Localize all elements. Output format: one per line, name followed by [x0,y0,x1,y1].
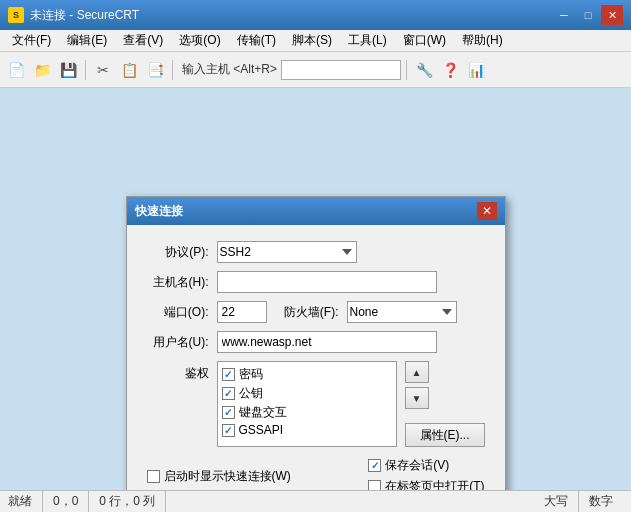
auth-label-password: 密码 [239,366,263,383]
hostname-control [217,271,485,293]
auth-section: 鉴权 密码 公钥 [147,361,485,447]
properties-button[interactable]: 属性(E)... [405,423,485,447]
dialog-close-button[interactable]: ✕ [477,202,497,220]
toolbar-btn-2[interactable]: 📁 [30,58,54,82]
auth-label-gssapi: GSSAPI [239,423,284,437]
menu-edit[interactable]: 编辑(E) [59,30,115,51]
status-rowscols-text: 0 行，0 列 [99,493,155,510]
startup-show-checkbox[interactable] [147,470,160,483]
host-input[interactable] [281,60,401,80]
auth-section-label: 鉴权 [147,365,217,447]
status-rows-cols: 0 行，0 列 [89,491,166,512]
auth-checkbox-publickey[interactable] [222,387,235,400]
auth-content: 密码 公钥 键盘交互 [217,361,485,447]
username-input[interactable] [217,331,437,353]
toolbar-btn-8[interactable]: ❓ [438,58,462,82]
window-title: 未连接 - SecureCRT [30,7,553,24]
auth-item-keyboard: 键盘交互 [222,404,392,421]
quick-connect-dialog: 快速连接 ✕ 协议(P): SSH2 SSH1 Telnet RLogin Se… [126,196,506,512]
minimize-button[interactable]: ─ [553,5,575,25]
menu-help[interactable]: 帮助(H) [454,30,511,51]
toolbar-btn-5[interactable]: 📋 [117,58,141,82]
username-control [217,331,485,353]
auth-item-gssapi: GSSAPI [222,423,392,437]
username-row: 用户名(U): [147,331,485,353]
menu-options[interactable]: 选项(O) [171,30,228,51]
status-num-text: 数字 [589,493,613,510]
dialog-titlebar: 快速连接 ✕ [127,197,505,225]
toolbar: 📄 📁 💾 ✂ 📋 📑 输入主机 <Alt+R> 🔧 ❓ 📊 [0,52,631,88]
app-icon: S [8,7,24,23]
host-input-wrap: 输入主机 <Alt+R> [182,60,401,80]
port-input[interactable] [217,301,267,323]
auth-side: ▲ ▼ 属性(E)... [405,361,485,447]
auth-checkbox-keyboard[interactable] [222,406,235,419]
toolbar-btn-7[interactable]: 🔧 [412,58,436,82]
firewall-select[interactable]: None Custom [347,301,457,323]
status-caps: 大写 [534,491,579,512]
maximize-button[interactable]: □ [577,5,599,25]
firewall-label: 防火墙(F): [277,304,347,321]
auth-checkbox-gssapi[interactable] [222,424,235,437]
port-label: 端口(O): [147,304,217,321]
status-num: 数字 [579,491,623,512]
menu-view[interactable]: 查看(V) [115,30,171,51]
hostname-row: 主机名(H): [147,271,485,293]
arrow-down-button[interactable]: ▼ [405,387,429,409]
status-ready: 就绪 [8,491,43,512]
dialog-body: 协议(P): SSH2 SSH1 Telnet RLogin Serial 主机… [127,225,505,512]
auth-label-keyboard: 键盘交互 [239,404,287,421]
auth-item-publickey: 公钥 [222,385,392,402]
protocol-label: 协议(P): [147,244,217,261]
toolbar-sep-1 [85,60,86,80]
menu-script[interactable]: 脚本(S) [284,30,340,51]
menu-window[interactable]: 窗口(W) [395,30,454,51]
startup-show-option[interactable]: 启动时显示快速连接(W) [147,468,291,485]
startup-show-label: 启动时显示快速连接(W) [164,468,291,485]
menu-transfer[interactable]: 传输(T) [229,30,284,51]
menu-tools[interactable]: 工具(L) [340,30,395,51]
dialog-overlay: 快速连接 ✕ 协议(P): SSH2 SSH1 Telnet RLogin Se… [0,176,631,468]
toolbar-sep-3 [406,60,407,80]
port-row: 端口(O): 防火墙(F): None Custom [147,301,485,323]
auth-list: 密码 公钥 键盘交互 [217,361,397,447]
protocol-select[interactable]: SSH2 SSH1 Telnet RLogin Serial [217,241,357,263]
toolbar-btn-1[interactable]: 📄 [4,58,28,82]
status-caps-text: 大写 [544,493,568,510]
auth-label-publickey: 公钥 [239,385,263,402]
save-session-label: 保存会话(V) [385,457,449,474]
status-bar: 就绪 0，0 0 行，0 列 大写 数字 [0,490,631,512]
menu-file[interactable]: 文件(F) [4,30,59,51]
username-label: 用户名(U): [147,334,217,351]
toolbar-sep-2 [172,60,173,80]
toolbar-btn-6[interactable]: 📑 [143,58,167,82]
save-session-checkbox[interactable] [368,459,381,472]
host-input-label: 输入主机 <Alt+R> [182,61,277,78]
main-area: 快速连接 ✕ 协议(P): SSH2 SSH1 Telnet RLogin Se… [0,88,631,490]
status-text: 就绪 [8,493,32,510]
dialog-title: 快速连接 [135,203,477,220]
hostname-input[interactable] [217,271,437,293]
hostname-label: 主机名(H): [147,274,217,291]
protocol-row: 协议(P): SSH2 SSH1 Telnet RLogin Serial [147,241,485,263]
title-bar: S 未连接 - SecureCRT ─ □ ✕ [0,0,631,30]
save-session-option[interactable]: 保存会话(V) [368,457,484,474]
toolbar-btn-9[interactable]: 📊 [464,58,488,82]
status-coordinates: 0，0 [53,493,78,510]
arrow-up-button[interactable]: ▲ [405,361,429,383]
title-controls: ─ □ ✕ [553,5,623,25]
arrow-buttons: ▲ ▼ [405,361,429,409]
protocol-control: SSH2 SSH1 Telnet RLogin Serial [217,241,485,263]
auth-checkbox-password[interactable] [222,368,235,381]
toolbar-btn-4[interactable]: ✂ [91,58,115,82]
toolbar-btn-3[interactable]: 💾 [56,58,80,82]
status-coords: 0，0 [43,491,89,512]
auth-item-password: 密码 [222,366,392,383]
close-button[interactable]: ✕ [601,5,623,25]
menu-bar: 文件(F) 编辑(E) 查看(V) 选项(O) 传输(T) 脚本(S) 工具(L… [0,30,631,52]
